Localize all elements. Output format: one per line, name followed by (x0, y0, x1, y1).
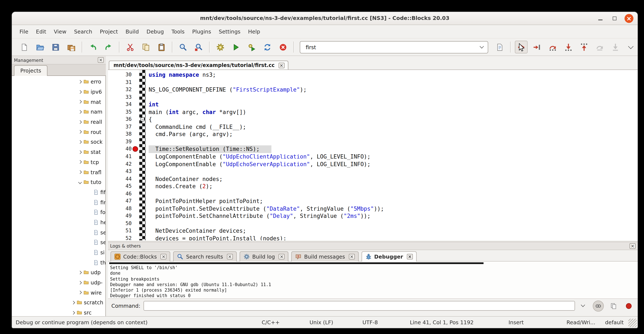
abort-button[interactable] (276, 41, 289, 53)
close-icon[interactable]: × (407, 254, 413, 259)
titlebar[interactable]: mnt/dev/tools/source/ns-3-dev/examples/t… (12, 12, 638, 25)
run-button[interactable] (230, 41, 242, 53)
tree-expander[interactable] (77, 281, 83, 284)
tree-item[interactable]: erro (12, 77, 106, 87)
tree-expander[interactable] (77, 271, 83, 274)
tree-expander[interactable] (77, 131, 83, 133)
attach-button[interactable] (593, 300, 604, 311)
tree-expander[interactable] (77, 171, 83, 173)
line-number[interactable]: 34 (108, 101, 132, 108)
editor[interactable]: 30using namespace ns3;3132NS_LOG_COMPONE… (108, 70, 638, 240)
tree-item[interactable]: reall (12, 117, 106, 127)
line-number[interactable]: 46 (108, 190, 132, 198)
line-number[interactable]: 49 (108, 213, 132, 220)
replace-button[interactable] (192, 41, 205, 53)
scripts-button[interactable] (493, 41, 506, 53)
close-icon[interactable]: × (349, 254, 355, 259)
line-number[interactable]: 38 (108, 131, 132, 138)
log-tab-build-log[interactable]: Build log× (240, 251, 288, 261)
line-number[interactable]: 37 (108, 123, 132, 131)
menu-build[interactable]: Build (122, 27, 143, 37)
tree-expander[interactable] (77, 91, 83, 93)
tree-item[interactable]: scratch (12, 297, 106, 307)
cut-button[interactable] (124, 41, 136, 53)
line-number[interactable]: 31 (108, 79, 132, 86)
tree-item[interactable]: udp- (12, 278, 106, 287)
fold-marker[interactable] (140, 118, 144, 121)
tree-item[interactable]: tcp (12, 157, 106, 167)
redo-button[interactable] (102, 41, 115, 53)
menu-debug[interactable]: Debug (143, 27, 168, 37)
log-tab-code-blocks[interactable]: Code::Blocks× (110, 251, 170, 261)
line-number[interactable]: 42 (108, 160, 132, 168)
line-number[interactable]: 44 (108, 175, 132, 183)
resize-grip[interactable] (628, 319, 637, 327)
menu-tools[interactable]: Tools (168, 27, 188, 37)
menu-help[interactable]: Help (244, 27, 264, 37)
close-icon[interactable]: × (630, 243, 636, 249)
close-icon[interactable]: × (227, 254, 233, 259)
line-number[interactable]: 52 (108, 235, 132, 240)
save-all-button[interactable] (65, 41, 78, 53)
command-dropdown[interactable] (578, 301, 588, 310)
tree-item[interactable]: nam (12, 107, 106, 117)
run-to-cursor-button[interactable] (530, 41, 543, 53)
toolbar-overflow-button[interactable] (624, 41, 637, 53)
tree-expander[interactable] (77, 111, 83, 113)
log-tab-build-messages[interactable]: Build messages× (292, 251, 358, 261)
close-icon[interactable]: × (278, 63, 284, 68)
tree-item[interactable]: rout (12, 127, 106, 137)
copy-button[interactable] (139, 41, 152, 53)
rebuild-button[interactable] (261, 41, 274, 53)
line-number[interactable]: 32 (108, 86, 132, 94)
tree-item[interactable]: fir (12, 197, 106, 207)
tree-item[interactable]: ipv6 (12, 87, 106, 97)
close-icon[interactable]: × (279, 254, 285, 259)
line-number[interactable]: 43 (108, 168, 132, 175)
undo-button[interactable] (86, 41, 99, 53)
find-button[interactable] (176, 41, 189, 53)
tree-item[interactable]: sock (12, 137, 106, 147)
tree-item[interactable]: th (12, 257, 106, 267)
line-number[interactable]: 48 (108, 205, 132, 213)
minimize-button[interactable] (596, 14, 604, 23)
line-number[interactable]: 36 (108, 116, 132, 123)
tree-expander[interactable] (77, 121, 83, 123)
tree-item[interactable]: stat (12, 147, 106, 157)
step-out-button[interactable] (578, 41, 590, 53)
menu-settings[interactable]: Settings (215, 27, 244, 37)
menu-view[interactable]: View (50, 27, 70, 37)
tree-expander[interactable] (70, 301, 76, 304)
maximize-button[interactable] (610, 14, 619, 23)
tree-item[interactable]: udp (12, 267, 106, 277)
build-and-run-button[interactable] (245, 41, 258, 53)
tree-expander[interactable] (77, 151, 83, 153)
tree-item[interactable]: trafl (12, 167, 106, 177)
tree-item[interactable]: wire (12, 287, 106, 297)
tab-projects[interactable]: Projects (14, 65, 48, 76)
build-button[interactable] (214, 41, 226, 53)
step-into-instruction-button[interactable] (609, 41, 622, 53)
tree-expander[interactable] (77, 101, 83, 103)
tree-expander[interactable] (77, 291, 83, 294)
new-file-button[interactable] (18, 41, 30, 53)
editor-tab-first-cc[interactable]: mnt/dev/tools/source/ns-3-dev/examples/t… (109, 61, 288, 70)
menu-plugins[interactable]: Plugins (188, 27, 215, 37)
log-tab-search-results[interactable]: Search results× (174, 251, 237, 261)
build-target-combo[interactable]: first (300, 41, 488, 53)
close-button[interactable] (624, 14, 634, 23)
debug-continue-button[interactable] (515, 41, 528, 53)
command-input[interactable] (144, 301, 575, 311)
tree-item[interactable]: tuto (12, 177, 106, 187)
tree-expander[interactable] (77, 161, 83, 163)
log-tab-debugger[interactable]: Debugger× (362, 251, 417, 261)
step-into-button[interactable] (562, 41, 574, 53)
tree-expander[interactable] (77, 81, 83, 83)
line-number[interactable]: 45 (108, 183, 132, 190)
record-stop-button[interactable] (623, 300, 634, 311)
line-number[interactable]: 30 (108, 71, 132, 79)
close-icon[interactable]: × (98, 57, 104, 63)
line-number[interactable]: 39 (108, 138, 132, 146)
next-line-button[interactable] (546, 41, 559, 53)
tree-item[interactable]: si (12, 247, 106, 257)
